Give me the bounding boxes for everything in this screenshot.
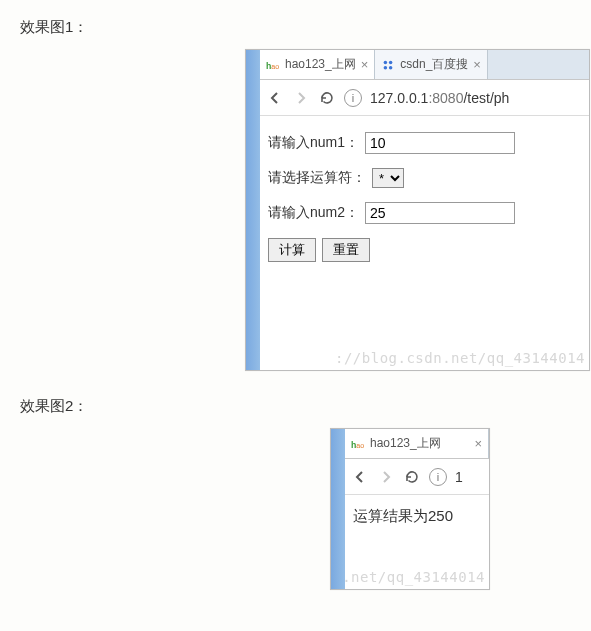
svg-point-2 [384, 60, 388, 64]
site-info-icon[interactable]: i [429, 468, 447, 486]
figure2-caption: 效果图2： [20, 397, 571, 416]
forward-button[interactable] [292, 89, 310, 107]
address-bar: i 127.0.0.1:8080/test/ph [260, 80, 589, 116]
calculate-button[interactable]: 计算 [268, 238, 316, 262]
hao123-icon: hao [266, 58, 280, 72]
back-button[interactable] [351, 468, 369, 486]
url-text[interactable]: 127.0.0.1:8080/test/ph [370, 90, 509, 106]
close-icon[interactable]: × [474, 436, 482, 451]
select-operator[interactable]: * [372, 168, 404, 188]
input-num2[interactable] [365, 202, 515, 224]
hao123-icon: hao [351, 437, 365, 451]
label-num2: 请输入num2： [268, 204, 359, 222]
label-operator: 请选择运算符： [268, 169, 366, 187]
window-frame-left [331, 429, 345, 589]
page-content: 请输入num1： 请选择运算符： * 请输入num2： 计算 重置 ://blo… [260, 116, 589, 370]
svg-point-5 [389, 65, 393, 69]
baidu-icon [381, 58, 395, 72]
svg-text:ao: ao [356, 441, 364, 448]
url-path: /test/ph [463, 90, 509, 106]
close-icon[interactable]: × [361, 57, 369, 72]
reload-button[interactable] [403, 468, 421, 486]
tab-label: hao123_上网 [285, 56, 356, 73]
tab-csdn[interactable]: csdn_百度搜 × [375, 50, 488, 79]
forward-button[interactable] [377, 468, 395, 486]
tab-hao123[interactable]: hao hao123_上网 × [260, 50, 375, 79]
url-host: 127.0.0.1 [370, 90, 428, 106]
reset-button[interactable]: 重置 [322, 238, 370, 262]
url-port: :8080 [428, 90, 463, 106]
svg-point-4 [384, 65, 388, 69]
result-text: 运算结果为250 [353, 507, 481, 526]
back-button[interactable] [266, 89, 284, 107]
browser-window-1: hao hao123_上网 × csdn_百度搜 × i 127.0.0.1:8… [245, 49, 590, 371]
tab-hao123[interactable]: hao hao123_上网 × [345, 429, 489, 458]
site-info-icon[interactable]: i [344, 89, 362, 107]
address-bar: i 1 [345, 459, 489, 495]
browser-window-2: hao hao123_上网 × i 1 运算结果为250 .net/qq_431… [330, 428, 490, 590]
svg-text:ao: ao [271, 62, 279, 69]
url-text[interactable]: 1 [455, 469, 463, 485]
figure1-caption: 效果图1： [20, 18, 571, 37]
tab-strip: hao hao123_上网 × [345, 429, 489, 459]
tab-label: csdn_百度搜 [400, 56, 468, 73]
reload-button[interactable] [318, 89, 336, 107]
page-content: 运算结果为250 .net/qq_43144014 [345, 495, 489, 589]
tab-label: hao123_上网 [370, 435, 441, 452]
input-num1[interactable] [365, 132, 515, 154]
watermark-text: ://blog.csdn.net/qq_43144014 [335, 350, 585, 366]
watermark-text: .net/qq_43144014 [342, 569, 485, 585]
tab-strip: hao hao123_上网 × csdn_百度搜 × [260, 50, 589, 80]
close-icon[interactable]: × [473, 57, 481, 72]
svg-point-3 [389, 60, 393, 64]
label-num1: 请输入num1： [268, 134, 359, 152]
window-frame-left [246, 50, 260, 370]
